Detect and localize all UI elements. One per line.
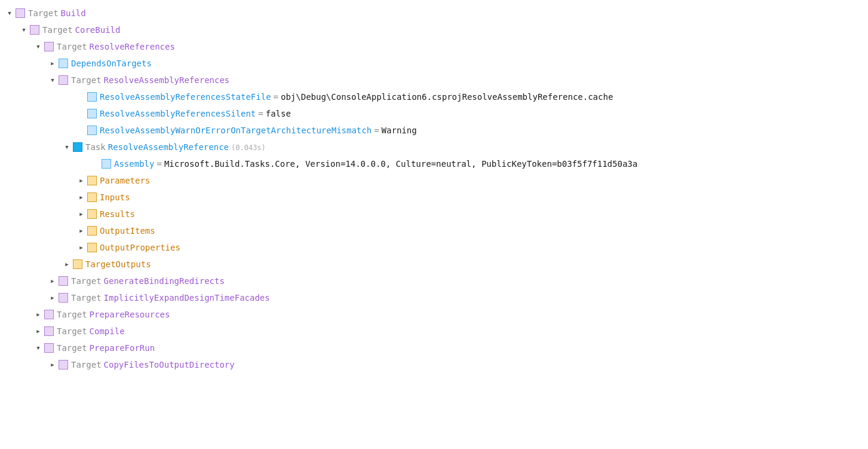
keyword-corebuild: Target [42,25,73,35]
tree-item-silentProp[interactable]: ResolveAssemblyReferencesSilent=false [0,105,868,122]
toggle-prepareforrun[interactable] [33,343,43,353]
label-results: Results [100,209,135,219]
keyword-build: Target [28,8,59,18]
tree-item-results[interactable]: Results [0,206,868,222]
tree-item-copyfilestooutput[interactable]: TargetCopyFilesToOutputDirectory [0,356,868,373]
toggle-results[interactable] [76,209,86,219]
icon-corebuild [30,25,39,35]
build-tree: TargetBuildTargetCoreBuildTargetResolveR… [0,5,868,373]
value-assemblyProp: Microsoft.Build.Tasks.Core, Version=14.0… [164,159,637,169]
name-outputitems: OutputItems [100,226,155,236]
toggle-generatebinding[interactable] [48,276,57,286]
name-parameters: Parameters [100,176,150,185]
equals-statefileProp: = [274,92,278,102]
toggle-copyfilestooutput[interactable] [48,360,57,369]
name-resolveassemblyreferences: ResolveAssemblyReferences [104,75,230,85]
toggle-targetoutputs[interactable] [62,259,72,269]
icon-outputitems [87,226,97,236]
name-dependsontargets: DependsOnTargets [71,59,152,68]
tree-item-corebuild[interactable]: TargetCoreBuild [0,22,868,38]
name-compile: Compile [90,326,125,336]
keyword-prepareresources: Target [57,310,87,319]
toggle-parameters[interactable] [76,176,86,185]
name-silentProp: ResolveAssemblyReferencesSilent [100,109,256,118]
icon-build [16,8,25,18]
tree-item-outputitems[interactable]: OutputItems [0,222,868,239]
name-warnProp: ResolveAssemblyWarnOrErrorOnTargetArchit… [100,126,372,135]
toggle-build[interactable] [5,8,14,18]
keyword-generatebinding: Target [71,276,102,286]
icon-prepareforrun [44,343,54,353]
icon-implicitlyexpand [59,293,68,303]
name-taskResolve: ResolveAssemblyReference [108,142,229,152]
tree-item-parameters[interactable]: Parameters [0,172,868,189]
icon-warnProp [87,126,97,135]
tree-item-prepareresources[interactable]: TargetPrepareResources [0,306,868,323]
toggle-compile[interactable] [33,326,43,336]
tree-item-generatebinding[interactable]: TargetGenerateBindingRedirects [0,273,868,289]
name-assemblyProp: Assembly [114,159,154,169]
toggle-dependsontargets[interactable] [48,59,57,68]
tree-item-dependsontargets[interactable]: DependsOnTargets [0,55,868,72]
toggle-outputprops[interactable] [76,243,86,252]
toggle-resolveassemblyreferences[interactable] [48,75,57,85]
icon-dependsontargets [59,59,68,68]
tree-item-inputs[interactable]: Inputs [0,189,868,206]
equals-warnProp: = [374,126,379,135]
name-results: Results [100,209,135,219]
label-corebuild: TargetCoreBuild [42,25,120,35]
label-assemblyProp: Assembly=Microsoft.Build.Tasks.Core, Ver… [114,159,637,169]
equals-silentProp: = [258,109,263,118]
label-outputprops: OutputProperties [100,243,180,252]
toggle-prepareresources[interactable] [33,310,43,319]
value-statefileProp: obj\Debug\ConsoleApplication6.csprojReso… [281,92,613,102]
tree-item-taskResolve[interactable]: TaskResolveAssemblyReference(0.043s) [0,139,868,155]
label-prepareforrun: TargetPrepareForRun [57,343,155,353]
label-copyfilestooutput: TargetCopyFilesToOutputDirectory [71,360,235,369]
toggle-implicitlyexpand[interactable] [48,293,57,303]
tree-item-implicitlyexpand[interactable]: TargetImplicitlyExpandDesignTimeFacades [0,289,868,306]
toggle-corebuild[interactable] [19,25,29,35]
toggle-inputs[interactable] [76,193,86,202]
icon-targetoutputs [73,259,82,269]
label-inputs: Inputs [100,193,130,202]
equals-assemblyProp: = [157,159,161,169]
keyword-resolveassemblyreferences: Target [71,75,102,85]
name-outputprops: OutputProperties [100,243,180,252]
tree-item-build[interactable]: TargetBuild [0,5,868,22]
value-silentProp: false [266,109,291,118]
icon-assemblyProp [102,159,111,169]
tree-item-compile[interactable]: TargetCompile [0,323,868,340]
label-taskResolve: TaskResolveAssemblyReference(0.043s) [85,142,266,152]
tree-item-prepareforrun[interactable]: TargetPrepareForRun [0,340,868,356]
name-build: Build [61,8,86,18]
label-resolveassemblyreferences: TargetResolveAssemblyReferences [71,75,229,85]
label-resolvereferences: TargetResolveReferences [57,42,175,51]
name-implicitlyexpand: ImplicitlyExpandDesignTimeFacades [104,293,270,303]
label-generatebinding: TargetGenerateBindingRedirects [71,276,225,286]
value-warnProp: Warning [382,126,417,135]
name-corebuild: CoreBuild [75,25,121,35]
toggle-taskResolve[interactable] [62,142,72,152]
tree-item-resolvereferences[interactable]: TargetResolveReferences [0,38,868,55]
toggle-outputitems[interactable] [76,226,86,236]
label-implicitlyexpand: TargetImplicitlyExpandDesignTimeFacades [71,293,270,303]
tree-item-targetoutputs[interactable]: TargetOutputs [0,256,868,273]
tree-item-statefileProp[interactable]: ResolveAssemblyReferencesStateFile=obj\D… [0,88,868,105]
tree-item-resolveassemblyreferences[interactable]: TargetResolveAssemblyReferences [0,72,868,88]
keyword-compile: Target [57,326,87,336]
tree-item-warnProp[interactable]: ResolveAssemblyWarnOrErrorOnTargetArchit… [0,122,868,139]
keyword-prepareforrun: Target [57,343,87,353]
label-prepareresources: TargetPrepareResources [57,310,170,319]
label-compile: TargetCompile [57,326,125,336]
name-prepareresources: PrepareResources [90,310,170,319]
icon-statefileProp [87,92,97,102]
name-resolvereferences: ResolveReferences [90,42,175,51]
icon-compile [44,326,54,336]
icon-silentProp [87,109,97,118]
toggle-resolvereferences[interactable] [33,42,43,51]
tree-item-assemblyProp[interactable]: Assembly=Microsoft.Build.Tasks.Core, Ver… [0,155,868,172]
tree-item-outputprops[interactable]: OutputProperties [0,239,868,256]
timing-taskResolve: (0.043s) [231,143,266,152]
icon-prepareresources [44,310,54,319]
